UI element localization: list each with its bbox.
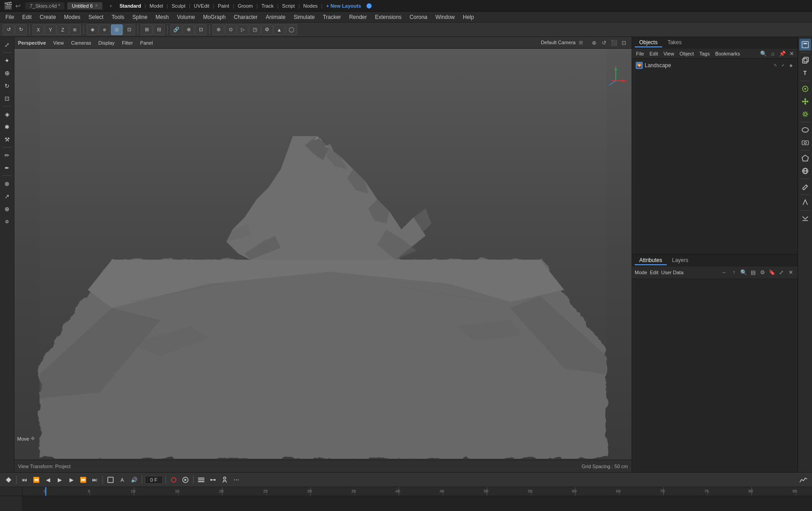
attr-settings-icon[interactable]: ⚙ xyxy=(758,268,766,276)
menu-mesh[interactable]: Mesh xyxy=(152,13,172,21)
vp-icon-4[interactable]: ⊡ xyxy=(620,39,628,47)
objects-list[interactable]: 🌄 Landscape ✎ ✓ ◆ xyxy=(632,59,798,254)
lt-poly[interactable]: ◈ xyxy=(1,108,13,120)
render-5[interactable]: ⚙ xyxy=(261,24,273,35)
ri-pen-btn[interactable] xyxy=(799,197,811,208)
ri-objects-btn[interactable] xyxy=(799,39,811,51)
ri-edit-btn[interactable] xyxy=(799,181,811,193)
tl-sound[interactable]: 🔊 xyxy=(129,475,139,485)
ri-oval-btn[interactable] xyxy=(799,124,811,136)
viewport-panel-btn[interactable]: Panel xyxy=(140,40,153,46)
ri-flower-btn[interactable] xyxy=(799,96,811,107)
menu-tracker[interactable]: Tracker xyxy=(319,13,345,21)
tool-2[interactable]: ⊟ xyxy=(153,24,165,35)
obj-search-icon[interactable]: 🔍 xyxy=(759,50,767,58)
obj-menu-file[interactable]: File xyxy=(634,51,646,56)
tl-to-start[interactable]: ⏮ xyxy=(19,475,29,485)
lt-tool3[interactable]: ⚒ xyxy=(1,134,13,145)
attr-search-icon[interactable]: 🔍 xyxy=(739,268,747,276)
ri-circle-btn[interactable] xyxy=(799,83,811,95)
attr-userdata-btn[interactable]: User Data xyxy=(661,270,684,275)
toggle-switch[interactable]: ⬤ xyxy=(366,3,372,9)
obj-menu-tags[interactable]: Tags xyxy=(697,51,712,56)
tl-record-a[interactable] xyxy=(106,475,115,485)
render-7[interactable]: ◯ xyxy=(286,24,297,35)
menu-edit[interactable]: Edit xyxy=(18,13,35,21)
ri-polygon-btn[interactable] xyxy=(799,152,811,164)
new-layouts-btn[interactable]: + New Layouts xyxy=(326,3,361,9)
scene-canvas[interactable]: X Y Move ✥ xyxy=(14,49,632,459)
lt-paint[interactable]: ✏ xyxy=(1,149,13,161)
redo-btn[interactable]: ↻ xyxy=(15,24,27,35)
vp-icon-1[interactable]: ⊕ xyxy=(590,39,598,47)
tab-7skies[interactable]: 7_Skies.c4d * xyxy=(25,2,65,9)
attr-mode-btn[interactable]: Mode xyxy=(635,270,647,275)
snap2-btn[interactable]: ⊕ xyxy=(183,24,194,35)
menu-render[interactable]: Render xyxy=(346,13,370,21)
lt-move[interactable]: ⊕ xyxy=(1,67,13,79)
attr-close-icon[interactable]: ✕ xyxy=(787,268,795,276)
layout-model[interactable]: Model xyxy=(150,3,163,9)
tab-attributes[interactable]: Attributes xyxy=(635,256,667,265)
axis-x-btn[interactable]: X xyxy=(32,24,44,35)
obj-pin-icon[interactable]: 📌 xyxy=(778,50,786,58)
select-mode-btn[interactable]: ◈ xyxy=(87,24,98,35)
attr-edit-btn[interactable]: Edit xyxy=(650,270,659,275)
obj-menu-edit[interactable]: Edit xyxy=(647,51,660,56)
layout-uvedit[interactable]: UVEdit xyxy=(194,3,209,9)
tl-dots-btn[interactable]: ⋯ xyxy=(231,475,241,485)
scale-mode-btn[interactable]: ⊡ xyxy=(123,24,135,35)
camera-icon[interactable]: ⊞ xyxy=(579,40,583,45)
obj-menu-view[interactable]: View xyxy=(661,51,677,56)
ri-text-btn[interactable]: T xyxy=(799,67,811,79)
render-6[interactable]: ▲ xyxy=(273,24,285,35)
keyframe-diamond[interactable] xyxy=(4,475,14,485)
render-1[interactable]: ⊛ xyxy=(212,24,224,35)
viewport[interactable]: Perspective View Cameras Display Filter … xyxy=(14,37,632,472)
viewport-filter-btn[interactable]: Filter xyxy=(122,40,133,46)
tl-to-end[interactable]: ⏭ xyxy=(90,475,100,485)
coords-btn[interactable]: ⊞ xyxy=(69,24,81,35)
lt-move-model[interactable]: ✦ xyxy=(1,55,13,66)
timeline-track[interactable] xyxy=(23,496,812,511)
vp-icon-3[interactable]: ⬛ xyxy=(610,39,618,47)
obj-check-icon[interactable]: ✓ xyxy=(780,62,786,69)
attr-back-icon[interactable]: ← xyxy=(720,268,729,276)
obj-menu-object[interactable]: Object xyxy=(677,51,696,56)
attr-filter-icon[interactable]: ▤ xyxy=(749,268,757,276)
move-mode-btn[interactable]: ⊕ xyxy=(99,24,111,35)
tl-prev-key[interactable]: ⏪ xyxy=(31,475,41,485)
tool-1[interactable]: ⊞ xyxy=(141,24,152,35)
lt-tool-c[interactable]: ⊕ xyxy=(1,203,13,215)
tab-layers[interactable]: Layers xyxy=(668,256,693,265)
ri-cube-btn[interactable] xyxy=(799,55,811,66)
obj-diamond-icon[interactable]: ◆ xyxy=(788,62,794,69)
layout-paint[interactable]: Paint xyxy=(218,3,229,9)
vp-icon-2[interactable]: ↺ xyxy=(600,39,608,47)
ri-bottom-btn[interactable] xyxy=(799,212,811,224)
ri-camera-btn[interactable] xyxy=(799,137,811,148)
attr-bookmark-icon[interactable]: 🔖 xyxy=(768,268,776,276)
lt-rotate[interactable]: ↻ xyxy=(1,80,13,92)
ri-globe-btn[interactable] xyxy=(799,165,811,177)
tl-step-fwd[interactable]: ▶ xyxy=(66,475,76,485)
menu-spline[interactable]: Spline xyxy=(129,13,151,21)
render-4[interactable]: ◳ xyxy=(249,24,261,35)
lt-scale[interactable]: ⊡ xyxy=(1,92,13,104)
menu-extensions[interactable]: Extensions xyxy=(371,13,405,21)
tab-objects[interactable]: Objects xyxy=(635,38,662,47)
viewport-cameras-btn[interactable]: Cameras xyxy=(71,40,91,46)
snap3-btn[interactable]: ⊡ xyxy=(195,24,207,35)
menu-file[interactable]: File xyxy=(2,13,18,21)
tab-close-btn[interactable]: × xyxy=(95,3,98,8)
menu-character[interactable]: Character xyxy=(230,13,261,21)
axis-z-btn[interactable]: Z xyxy=(57,24,69,35)
lt-tool-b[interactable]: ↗ xyxy=(1,190,13,202)
viewport-view-btn[interactable]: View xyxy=(53,40,64,46)
obj-landscape-item[interactable]: 🌄 Landscape ✎ ✓ ◆ xyxy=(632,60,798,70)
lt-select[interactable]: ⤢ xyxy=(1,39,13,51)
axis-y-btn[interactable]: Y xyxy=(45,24,56,35)
lt-tool2[interactable]: ✱ xyxy=(1,121,13,133)
lt-tool-d[interactable]: ⚙ xyxy=(1,216,13,227)
tl-step-back[interactable]: ◀ xyxy=(43,475,53,485)
